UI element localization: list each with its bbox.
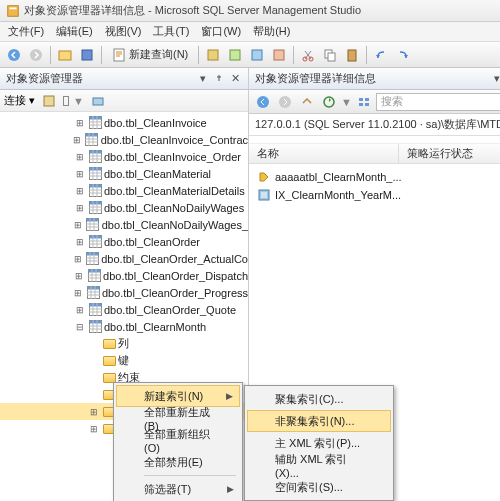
tree-expander[interactable]: ⊞ xyxy=(74,117,86,129)
tree-expander[interactable]: ⊞ xyxy=(72,134,84,146)
stop-button[interactable] xyxy=(63,96,69,106)
undo-button[interactable] xyxy=(371,45,391,65)
tree-node-table[interactable]: ⊞dbo.tbl_CleanOrder xyxy=(0,233,248,250)
ctx-disable-all[interactable]: 全部禁用(E) xyxy=(116,451,240,473)
svg-rect-47 xyxy=(359,98,363,101)
tree-expander[interactable]: ⊞ xyxy=(74,151,86,163)
table-icon xyxy=(88,150,102,164)
tree-expander[interactable]: ⊞ xyxy=(74,202,86,214)
tool-button-4[interactable] xyxy=(269,45,289,65)
ctx-nonclustered-index[interactable]: 非聚集索引(N)... xyxy=(247,410,391,432)
tree-label: dbo.tbl_CleanInvoice xyxy=(104,117,207,129)
tree-expander[interactable]: ⊞ xyxy=(74,304,86,316)
tree-node-table[interactable]: ⊞dbo.tbl_CleanOrder_Dispatch xyxy=(0,267,248,284)
tree-node-table[interactable]: ⊞dbo.tbl_CleanMaterial xyxy=(0,165,248,182)
tree-expander[interactable]: ⊞ xyxy=(74,185,86,197)
cut-button[interactable] xyxy=(298,45,318,65)
tree-expander[interactable]: ⊞ xyxy=(73,270,85,282)
tree-expander[interactable]: ⊞ xyxy=(88,423,100,435)
tree-node-table[interactable]: ⊞dbo.tbl_CleanOrder_ActualCo xyxy=(0,250,248,267)
table-icon xyxy=(88,116,102,130)
column-name[interactable]: 名称 xyxy=(249,144,399,163)
tree-expander[interactable]: ⊞ xyxy=(72,219,84,231)
svg-rect-49 xyxy=(359,103,363,106)
filter-button[interactable]: ▼ xyxy=(73,95,84,107)
tree-expander[interactable]: ⊞ xyxy=(74,236,86,248)
open-button[interactable] xyxy=(55,45,75,65)
table-icon xyxy=(86,252,100,266)
menu-help[interactable]: 帮助(H) xyxy=(247,22,296,41)
tree-node-table[interactable]: ⊞dbo.tbl_CleanNoDailyWages xyxy=(0,199,248,216)
details-sync-button[interactable] xyxy=(319,92,339,112)
panel-pin-button[interactable] xyxy=(212,72,226,86)
tool-button-3[interactable] xyxy=(247,45,267,65)
submenu-arrow-icon: ▶ xyxy=(227,484,234,494)
ctx-spatial-index[interactable]: 空间索引(S)... xyxy=(247,476,391,498)
ctx-secondary-xml-index[interactable]: 辅助 XML 索引(X)... xyxy=(247,454,391,476)
panel-dropdown-button[interactable]: ▾ xyxy=(196,72,210,86)
nav-forward-button[interactable] xyxy=(26,45,46,65)
tree-node-table[interactable]: ⊞dbo.tbl_CleanOrder_Progress xyxy=(0,284,248,301)
panel-close-button[interactable]: ✕ xyxy=(228,72,242,86)
ctx-filters[interactable]: 筛选器(T)▶ xyxy=(116,478,240,500)
tree-label: dbo.tbl_CleanMaterialDetails xyxy=(104,185,245,197)
ctx-clustered-index[interactable]: 聚集索引(C)... xyxy=(247,388,391,410)
ctx-reorganize-all[interactable]: 全部重新组织(O) xyxy=(116,429,240,451)
main-toolbar: 新建查询(N) xyxy=(0,42,500,68)
redo-button[interactable] xyxy=(393,45,413,65)
tree-node-table[interactable]: ⊞dbo.tbl_CleanInvoice xyxy=(0,114,248,131)
paste-button[interactable] xyxy=(342,45,362,65)
copy-button[interactable] xyxy=(320,45,340,65)
table-icon xyxy=(88,320,102,334)
tool-button-2[interactable] xyxy=(225,45,245,65)
connect-dropdown[interactable]: 连接 ▾ xyxy=(4,93,35,108)
menu-edit[interactable]: 编辑(E) xyxy=(50,22,99,41)
column-policy[interactable]: 策略运行状态 xyxy=(399,144,500,163)
primary-key-icon xyxy=(257,170,271,184)
tree-expander[interactable]: ⊞ xyxy=(72,253,84,265)
tree-node-table[interactable]: ⊞dbo.tbl_CleanInvoice_Order xyxy=(0,148,248,165)
breadcrumb[interactable]: 127.0.0.1 (SQL Server 11.0.2100 · sa)\数据… xyxy=(249,114,500,136)
new-query-button[interactable]: 新建查询(N) xyxy=(106,45,194,65)
tree-expander[interactable]: ⊞ xyxy=(72,287,84,299)
tree-expander[interactable]: ⊟ xyxy=(74,321,86,333)
tree-node-folder[interactable]: 列 xyxy=(0,335,248,352)
details-view-button[interactable] xyxy=(354,92,374,112)
nav-back-button[interactable] xyxy=(4,45,24,65)
menu-view[interactable]: 视图(V) xyxy=(99,22,148,41)
menu-file[interactable]: 文件(F) xyxy=(2,22,50,41)
tree-expander[interactable]: ⊞ xyxy=(88,406,100,418)
svg-rect-10 xyxy=(274,50,284,60)
tree-expander[interactable]: ⊞ xyxy=(74,168,86,180)
menu-window[interactable]: 窗口(W) xyxy=(195,22,247,41)
tool-button-1[interactable] xyxy=(203,45,223,65)
list-item[interactable]: IX_ClearnMonth_YearM... xyxy=(249,186,500,204)
list-item[interactable]: aaaaatbl_ClearnMonth_... xyxy=(249,168,500,186)
details-back-button[interactable] xyxy=(253,92,273,112)
tree-node-table[interactable]: ⊞dbo.tbl_CleanMaterialDetails xyxy=(0,182,248,199)
details-search-input[interactable]: 搜索 xyxy=(376,93,500,111)
tree-node-table[interactable]: ⊞dbo.tbl_CleanNoDailyWages_ xyxy=(0,216,248,233)
refresh-button[interactable] xyxy=(39,91,59,111)
details-dropdown[interactable]: ▾ xyxy=(490,72,500,86)
tree-label: dbo.tbl_CleanOrder_Quote xyxy=(104,304,236,316)
svg-rect-37 xyxy=(88,270,100,273)
folder-icon xyxy=(102,337,116,351)
details-up-button[interactable] xyxy=(297,92,317,112)
tree-label: dbo.tbl_CleanNoDailyWages xyxy=(104,202,244,214)
details-forward-button[interactable] xyxy=(275,92,295,112)
details-filter-icon[interactable]: ▼ xyxy=(341,96,352,108)
tree-node-folder[interactable]: 键 xyxy=(0,352,248,369)
tree-node-table[interactable]: ⊞dbo.tbl_CleanInvoice_Contrac xyxy=(0,131,248,148)
menu-tools[interactable]: 工具(T) xyxy=(147,22,195,41)
svg-point-44 xyxy=(257,96,269,108)
context-menu-index: 新建索引(N)▶ 全部重新生成(B) 全部重新组织(O) 全部禁用(E) 筛选器… xyxy=(113,382,243,501)
tree-label: dbo.tbl_CleanOrder xyxy=(104,236,200,248)
tree-node-table[interactable]: ⊞dbo.tbl_CleanOrder_Quote xyxy=(0,301,248,318)
svg-rect-43 xyxy=(89,321,101,324)
tree-node-table[interactable]: ⊟dbo.tbl_ClearnMonth xyxy=(0,318,248,335)
tool-sub-button[interactable] xyxy=(88,91,108,111)
table-icon xyxy=(86,286,100,300)
table-icon xyxy=(88,184,102,198)
save-button[interactable] xyxy=(77,45,97,65)
